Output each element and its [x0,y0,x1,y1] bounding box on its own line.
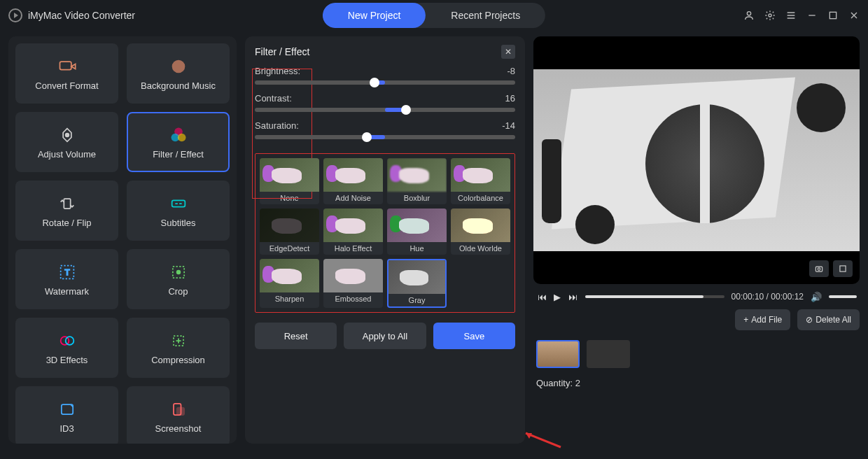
prev-icon[interactable]: ⏮ [536,291,547,302]
svg-rect-20 [176,407,183,415]
rotate-flip-icon [57,194,77,213]
svg-point-14 [176,270,180,274]
watermark-icon: T [57,262,77,282]
brightness-label: Brightness: [255,66,300,76]
snapshot-icon[interactable] [809,260,829,277]
close-panel-button[interactable]: ✕ [501,45,515,59]
titlebar-right [743,10,860,21]
crop-icon [169,262,188,282]
svg-point-8 [177,133,186,141]
clip-thumbnail-2[interactable] [587,340,630,368]
sidebar-item-convert-format[interactable]: Convert Format [15,43,118,104]
sidebar-item-label: Subtitles [161,218,196,228]
brightness-slider[interactable] [255,80,515,85]
saturation-slider[interactable] [255,135,515,139]
menu-icon[interactable] [785,10,797,21]
sidebar-item-label: Compression [151,355,205,365]
sidebar-item-id3[interactable]: ID3 [15,386,118,444]
add-file-button[interactable]: +Add File [735,309,790,330]
effect-edgedetect[interactable]: EdgeDetect [260,209,319,255]
svg-rect-2 [830,12,836,18]
play-icon[interactable]: ▶ [552,291,563,302]
volume-icon[interactable]: 🔊 [811,291,822,302]
subtitles-icon [169,194,188,213]
saturation-value: -14 [502,120,515,131]
playback-bar: ⏮ ▶ ⏭ 00:00:10 / 00:00:12 🔊 [533,291,860,302]
sidebar-item-label: Screenshot [155,423,202,434]
user-icon[interactable] [743,10,755,21]
maximize-icon[interactable] [827,10,839,21]
effect-colorbalance[interactable]: Colorbalance [451,158,510,204]
delete-all-button[interactable]: ⊘Delete All [797,309,860,330]
reset-button[interactable]: Reset [255,323,337,349]
effect-add-noise[interactable]: Add Noise [323,158,383,204]
sidebar-item-3d-effects[interactable]: 3D Effects [15,318,118,378]
close-icon[interactable] [848,10,860,21]
sidebar-item-label: Crop [168,286,188,297]
effect-olde-worlde[interactable]: Olde Worlde [451,209,510,255]
preview-panel: ⏮ ▶ ⏭ 00:00:10 / 00:00:12 🔊 +Add File ⊘D… [533,36,860,444]
effect-sharpen[interactable]: Sharpen [260,259,319,308]
saturation-label: Saturation: [255,120,299,131]
sidebar-item-label: 3D Effects [46,355,88,365]
svg-rect-3 [59,62,71,70]
panel-title: Filter / Effect [255,46,309,57]
titlebar: iMyMac Video Converter New Project Recen… [0,0,868,31]
convert-format-icon [57,57,77,76]
effect-gray[interactable]: Gray [387,259,447,308]
fullscreen-icon[interactable] [833,260,853,277]
adjust-volume-icon [57,125,77,145]
svg-rect-23 [840,266,846,271]
time-display: 00:00:10 / 00:00:12 [732,292,804,302]
next-icon[interactable]: ⏭ [567,291,578,302]
contrast-label: Contrast: [255,93,292,104]
background-music-icon [169,57,188,76]
sidebar-item-compression[interactable]: Compression [127,318,230,378]
sidebar-item-label: Convert Format [35,80,98,91]
sidebar-item-label: Filter / Effect [153,149,204,160]
apply-to-all-button[interactable]: Apply to All [344,323,426,349]
sidebar-item-crop[interactable]: Crop [127,249,230,309]
sidebar-item-watermark[interactable]: T Watermark [15,249,118,309]
gear-icon[interactable] [764,10,776,21]
svg-point-1 [769,14,771,17]
effect-embossed[interactable]: Embossed [323,259,383,308]
sidebar-item-subtitles[interactable]: Subtitles [127,181,230,241]
contrast-slider-group: Contrast: 16 [255,93,515,112]
filter-effect-panel: Filter / Effect ✕ Brightness: -8 Contras… [245,36,525,444]
quantity-display: Quantity: 2 [533,378,860,388]
sidebar-item-label: ID3 [59,423,74,434]
effect-none[interactable]: None [260,158,319,204]
svg-point-16 [65,337,74,345]
svg-rect-10 [172,200,185,206]
contrast-slider[interactable] [255,108,515,112]
progress-slider[interactable] [585,295,724,298]
contrast-value: 16 [505,93,515,104]
svg-point-4 [172,59,185,73]
save-button[interactable]: Save [433,323,515,349]
svg-point-0 [747,12,750,15]
svg-point-5 [65,133,69,136]
effect-halo-effect[interactable]: Halo Effect [323,209,383,255]
effect-boxblur[interactable]: Boxblur [387,158,447,204]
filter-effect-icon [169,125,188,145]
sidebar-item-adjust-volume[interactable]: Adjust Volume [15,112,118,172]
app-logo-icon [8,8,22,22]
sidebar-item-background-music[interactable]: Background Music [127,43,230,104]
3d-effects-icon [57,331,77,351]
sidebar-item-filter-effect[interactable]: Filter / Effect [127,112,230,172]
clip-thumbnail-1[interactable] [536,340,580,368]
preview-image [533,69,860,251]
svg-rect-9 [64,199,70,209]
sidebar-item-label: Background Music [141,80,216,91]
volume-slider[interactable] [829,295,857,298]
minimize-icon[interactable] [806,10,818,21]
svg-point-22 [818,268,820,271]
effect-hue[interactable]: Hue [387,209,447,255]
sidebar: Convert Format Background Music Adjust V… [8,36,237,444]
sidebar-item-screenshot[interactable]: Screenshot [127,386,230,444]
tab-recent-projects[interactable]: Recent Projects [426,3,545,28]
sidebar-item-label: Rotate / Flip [42,218,91,228]
sidebar-item-rotate-flip[interactable]: Rotate / Flip [15,181,118,241]
tab-new-project[interactable]: New Project [323,3,426,28]
